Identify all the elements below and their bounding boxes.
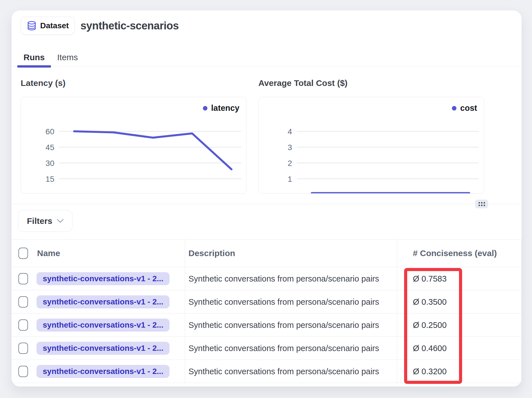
svg-text:15: 15 xyxy=(46,175,54,183)
legend-dot-icon xyxy=(452,106,456,111)
resize-drag-handle[interactable] xyxy=(475,200,488,208)
cost-legend[interactable]: cost xyxy=(452,103,477,113)
run-description: Synthetic conversations from persona/sce… xyxy=(188,267,379,290)
row-checkbox[interactable] xyxy=(18,319,28,331)
header: Dataset synthetic-scenarios xyxy=(21,17,179,35)
run-description: Synthetic conversations from persona/sce… xyxy=(188,313,379,337)
filters-label: Filters xyxy=(27,216,52,226)
run-name-link[interactable]: synthetic-conversations-v1 - 2... xyxy=(37,272,170,285)
chevron-down-icon xyxy=(57,219,64,223)
table-row[interactable]: synthetic-conversations-v1 - 2... Synthe… xyxy=(12,290,522,313)
tab-runs[interactable]: Runs xyxy=(17,49,51,66)
row-checkbox[interactable] xyxy=(18,296,28,308)
svg-text:30: 30 xyxy=(46,159,54,168)
cost-chart: 4321 cost xyxy=(258,97,484,194)
column-header-description: Description xyxy=(188,240,235,267)
table-row[interactable]: synthetic-conversations-v1 - 2... Synthe… xyxy=(12,313,522,337)
svg-text:4: 4 xyxy=(288,127,292,136)
legend-dot-icon xyxy=(203,106,207,111)
dataset-badge: Dataset xyxy=(21,17,75,35)
run-name-link[interactable]: synthetic-conversations-v1 - 2... xyxy=(37,365,170,378)
tab-bar: Runs Items xyxy=(12,49,522,67)
conciseness-value: Ø 0.3500 xyxy=(413,290,447,313)
conciseness-value: Ø 0.7583 xyxy=(413,267,447,290)
run-description: Synthetic conversations from persona/sce… xyxy=(188,337,379,360)
database-icon xyxy=(27,21,37,31)
badge-label: Dataset xyxy=(40,21,69,30)
svg-text:60: 60 xyxy=(46,127,54,136)
legend-label: cost xyxy=(460,103,477,113)
row-checkbox[interactable] xyxy=(18,343,28,354)
section-divider xyxy=(12,204,522,204)
dataset-card: Dataset synthetic-scenarios Runs Items L… xyxy=(11,10,522,387)
row-checkbox[interactable] xyxy=(18,366,28,377)
cost-chart-title: Average Total Cost ($) xyxy=(258,78,347,88)
tab-items[interactable]: Items xyxy=(51,49,84,66)
page-title: synthetic-scenarios xyxy=(80,20,179,32)
run-description: Synthetic conversations from persona/sce… xyxy=(188,290,379,313)
column-header-name: Name xyxy=(37,240,60,267)
run-name-link[interactable]: synthetic-conversations-v1 - 2... xyxy=(37,319,170,332)
table-row[interactable]: synthetic-conversations-v1 - 2... Synthe… xyxy=(12,360,522,383)
latency-legend[interactable]: latency xyxy=(203,103,239,113)
svg-text:3: 3 xyxy=(288,143,292,152)
latency-chart-title: Latency (s) xyxy=(21,78,65,88)
conciseness-value: Ø 0.2500 xyxy=(413,313,447,337)
table-header: Name Description # Conciseness (eval) xyxy=(12,239,522,267)
svg-text:1: 1 xyxy=(288,175,292,183)
legend-label: latency xyxy=(211,103,239,113)
table-row[interactable]: synthetic-conversations-v1 - 2... Synthe… xyxy=(12,267,522,290)
grip-dots-icon xyxy=(479,202,485,206)
run-name-link[interactable]: synthetic-conversations-v1 - 2... xyxy=(37,342,170,355)
cost-chart-canvas[interactable]: 4321 xyxy=(259,97,484,193)
row-checkbox[interactable] xyxy=(18,273,28,284)
run-description: Synthetic conversations from persona/sce… xyxy=(188,360,379,383)
latency-chart: 60453015 latency xyxy=(21,97,246,194)
conciseness-value: Ø 0.3200 xyxy=(413,360,447,383)
svg-text:45: 45 xyxy=(46,143,54,152)
table-row[interactable]: synthetic-conversations-v1 - 2... Synthe… xyxy=(12,337,522,360)
select-all-checkbox[interactable] xyxy=(18,248,28,259)
run-name-link[interactable]: synthetic-conversations-v1 - 2... xyxy=(37,295,170,308)
conciseness-value: Ø 0.4600 xyxy=(413,337,447,360)
svg-text:2: 2 xyxy=(288,159,292,168)
filters-button[interactable]: Filters xyxy=(18,210,72,232)
column-header-conciseness: # Conciseness (eval) xyxy=(413,240,497,267)
